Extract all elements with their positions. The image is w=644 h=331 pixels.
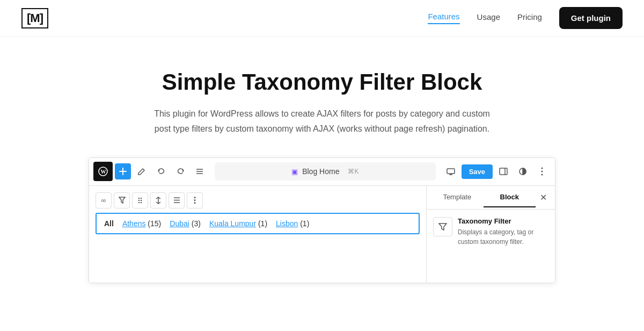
url-bar[interactable]: ▣ Blog Home ⌘K [215,162,436,181]
align-button[interactable] [169,192,185,208]
filter-lisbon[interactable]: Lisbon (1) [276,219,309,228]
svg-marker-14 [119,197,125,203]
svg-point-12 [541,171,543,172]
block-toolbar: ∞ [96,192,420,208]
tab-block[interactable]: Block [484,188,536,207]
preview-button[interactable] [442,163,459,180]
svg-point-25 [194,199,196,201]
move-up-down-button[interactable] [150,192,166,208]
svg-marker-27 [439,224,447,230]
block-info: Taxonomy Filter Displays a category, tag… [433,217,548,247]
more-block-options-button[interactable] [187,192,203,208]
svg-point-11 [541,168,543,169]
cmd-hint: ⌘K [348,168,358,175]
save-button[interactable]: Save [462,164,493,179]
svg-point-19 [138,202,140,203]
sidebar-content: Taxonomy Filter Displays a category, tag… [427,210,555,254]
filter-block: All Athens (15) Dubai (3) Kuala Lumpur (… [96,213,420,234]
url-label: Blog Home [302,167,339,176]
editor-canvas: ∞ All Athens (15) [89,186,426,283]
block-description: Displays a category, tag or custom taxon… [458,227,548,247]
svg-point-18 [141,200,142,201]
svg-point-13 [541,174,543,176]
svg-point-17 [138,200,140,201]
sidebar-tabs: Template Block ✕ [427,186,555,210]
editor-body: ∞ All Athens (15) [89,186,555,283]
svg-rect-5 [447,169,455,174]
logo: [M] [21,8,48,28]
svg-point-26 [194,202,196,204]
list-view-button[interactable] [191,163,208,180]
svg-point-24 [194,197,196,198]
tab-template[interactable]: Template [431,188,484,207]
hero-description: This plugin for WordPress allows to crea… [145,106,499,135]
wordpress-button[interactable]: W [93,162,113,181]
svg-point-20 [141,202,142,203]
svg-point-16 [141,198,142,199]
get-plugin-button[interactable]: Get plugin [559,7,623,29]
sidebar-panel: Template Block ✕ Taxonomy Filter Display… [426,186,555,283]
nav-right: Features Usage Pricing Get plugin [428,7,623,29]
undo-button[interactable] [152,163,170,180]
add-block-button[interactable] [115,163,131,179]
block-name: Taxonomy Filter [458,217,548,225]
filter-dubai[interactable]: Dubai (3) [170,219,201,228]
svg-text:W: W [101,169,106,175]
filter-all[interactable]: All [104,219,114,228]
redo-button[interactable] [172,163,189,180]
filter-icon-button[interactable] [114,192,130,208]
toolbar-right-actions: Save [442,163,551,180]
svg-rect-8 [500,168,507,175]
hero-title: Simple Taxonomy Filter Block [11,69,633,96]
editor-preview: W ▣ Blog Home ⌘K Save [89,157,555,283]
block-info-text: Taxonomy Filter Displays a category, tag… [458,217,548,247]
svg-point-15 [138,198,140,199]
page-icon: ▣ [291,168,298,176]
block-type-icon [433,217,452,236]
editor-toolbar: W ▣ Blog Home ⌘K Save [89,158,555,186]
sidebar-close-button[interactable]: ✕ [536,190,551,205]
nav-link-usage[interactable]: Usage [477,12,500,24]
nav-link-pricing[interactable]: Pricing [517,12,542,24]
filter-kuala-lumpur[interactable]: Kuala Lumpur (1) [209,219,267,228]
edit-button[interactable] [133,163,150,180]
contrast-button[interactable] [514,163,531,180]
sidebar-toggle-button[interactable] [495,163,512,180]
link-button[interactable]: ∞ [96,192,112,208]
navbar: [M] Features Usage Pricing Get plugin [0,0,644,37]
nav-link-features[interactable]: Features [428,12,459,24]
more-options-button[interactable] [533,163,551,180]
nav-links: Features Usage Pricing [428,12,541,24]
drag-handle-button[interactable] [132,192,148,208]
hero-section: Simple Taxonomy Filter Block This plugin… [0,37,644,157]
filter-athens[interactable]: Athens (15) [122,219,161,228]
